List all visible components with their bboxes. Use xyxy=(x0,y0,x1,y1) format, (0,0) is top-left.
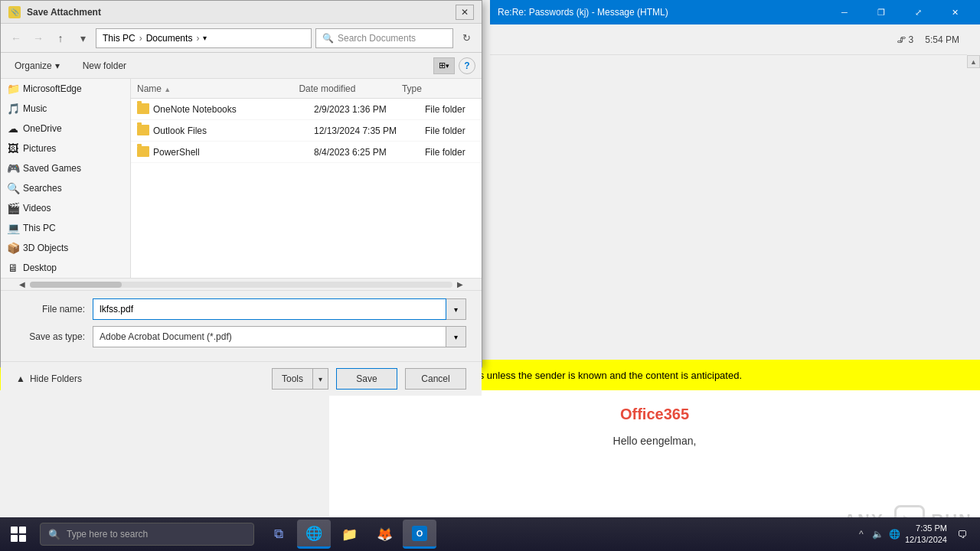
search-box[interactable]: 🔍 Search Documents xyxy=(315,28,453,48)
refresh-btn[interactable]: ↻ xyxy=(457,29,475,47)
cancel-btn[interactable]: Cancel xyxy=(405,368,466,390)
filename-input-wrapper: ▾ xyxy=(93,298,466,320)
h-scroll-thumb[interactable] xyxy=(30,282,122,288)
taskbar-file-explorer[interactable]: 📁 xyxy=(332,520,366,549)
nav-up-btn[interactable]: ↑ xyxy=(51,29,70,47)
view-btn[interactable]: ⊞ ▾ xyxy=(433,57,455,74)
h-scrollbar: ◀ ▶ xyxy=(1,278,482,290)
pictures-icon: 🖼 xyxy=(7,142,19,155)
sidebar-label-desktop: Desktop xyxy=(23,262,57,273)
dialog-close-btn[interactable]: ✕ xyxy=(456,5,474,20)
h-scroll-left-btn[interactable]: ◀ xyxy=(16,279,28,291)
h-scroll-right-btn[interactable]: ▶ xyxy=(454,279,466,291)
sidebar-label-pictures: Pictures xyxy=(23,143,56,154)
file-type-powershell: File folder xyxy=(425,147,466,158)
sidebar-label-searches: Searches xyxy=(23,183,62,194)
email-greeting: Hello eengelman, xyxy=(613,435,697,447)
dialog-form: File name: ▾ Save as type: Adobe Acrobat… xyxy=(1,290,482,361)
dialog-navbar: ← → ↑ ▾ This PC › Documents › ▾ 🔍 Search… xyxy=(1,24,482,53)
nav-breadcrumb[interactable]: This PC › Documents › ▾ xyxy=(96,28,312,48)
sidebar-item-searches[interactable]: 🔍 Searches xyxy=(1,178,130,198)
dialog-filelist: Name ▲ Date modified Type OneNote Notebo… xyxy=(131,79,482,278)
file-row-onenote[interactable]: OneNote Notebooks 2/9/2023 1:36 PM File … xyxy=(131,99,482,120)
file-type-onenote: File folder xyxy=(425,104,466,115)
file-row-outlook[interactable]: Outlook Files 12/13/2024 7:35 PM File fo… xyxy=(131,120,482,142)
clock-time: 7:35 PM xyxy=(905,523,947,534)
folder-icon: 📁 xyxy=(341,527,358,543)
start-button[interactable] xyxy=(0,517,37,551)
filename-dropdown-btn[interactable]: ▾ xyxy=(446,298,466,320)
sidebar-label-microsoftedge: MicrosoftEdge xyxy=(23,83,82,94)
dialog-footer: ▲ Hide Folders Tools ▾ Save Cancel xyxy=(1,361,482,396)
col-name-label: Name xyxy=(137,83,162,94)
hide-folders-btn[interactable]: ▲ Hide Folders xyxy=(16,373,82,384)
taskbar-task-view[interactable]: ⧉ xyxy=(262,520,296,549)
taskbar-search[interactable]: 🔍 Type here to search xyxy=(40,523,254,546)
office365-brand: Office365 xyxy=(620,406,689,423)
sidebar-item-onedrive[interactable]: ☁ OneDrive xyxy=(1,119,130,139)
tray-speaker-icon[interactable]: 🔈 xyxy=(872,528,884,540)
saveas-select[interactable]: Adobe Acrobat Document (*.pdf) xyxy=(93,326,446,347)
saved-games-icon: 🎮 xyxy=(7,162,19,174)
file-date-powershell: 8/4/2023 6:25 PM xyxy=(314,147,421,158)
windows-icon xyxy=(11,527,26,542)
file-row-powershell[interactable]: PowerShell 8/4/2023 6:25 PM File folder xyxy=(131,142,482,163)
outlook-minimize-btn[interactable]: ─ xyxy=(827,0,862,24)
footer-buttons: Tools ▾ Save Cancel xyxy=(272,368,466,390)
system-clock[interactable]: 7:35 PM 12/13/2024 xyxy=(905,523,947,546)
outlook-close-btn[interactable]: ✕ xyxy=(937,0,972,24)
breadcrumb-sep1: › xyxy=(139,33,142,44)
sidebar-item-saved-games[interactable]: 🎮 Saved Games xyxy=(1,158,130,178)
file-date-onenote: 2/9/2023 1:36 PM xyxy=(314,104,421,115)
scroll-up-btn[interactable]: ▲ xyxy=(967,55,980,68)
new-folder-label: New folder xyxy=(83,60,126,71)
sidebar-item-this-pc[interactable]: 💻 This PC xyxy=(1,218,130,238)
this-pc-icon: 💻 xyxy=(7,222,19,234)
tray-network-icon[interactable]: 🌐 xyxy=(889,528,901,540)
sidebar-label-3d-objects: 3D Objects xyxy=(23,243,68,253)
saveas-dropdown-btn[interactable]: ▾ xyxy=(446,326,466,347)
saveas-value: Adobe Acrobat Document (*.pdf) xyxy=(100,331,232,342)
tools-arrow-btn[interactable]: ▾ xyxy=(313,368,328,390)
edge-icon: 🌐 xyxy=(305,525,322,542)
col-date-header: Date modified xyxy=(299,83,402,94)
saveas-input-wrapper: Adobe Acrobat Document (*.pdf) ▾ xyxy=(93,326,466,347)
nav-back-btn[interactable]: ← xyxy=(7,29,25,47)
sidebar-item-videos[interactable]: 🎬 Videos xyxy=(1,198,130,218)
outlook-restore-btn[interactable]: ❐ xyxy=(864,0,899,24)
sidebar-item-pictures[interactable]: 🖼 Pictures xyxy=(1,139,130,158)
sidebar-item-music[interactable]: 🎵 Music xyxy=(1,99,130,119)
taskbar-edge[interactable]: 🌐 xyxy=(297,520,331,549)
help-btn[interactable]: ? xyxy=(459,57,475,74)
tray-chevron[interactable]: ^ xyxy=(855,528,867,540)
save-label: Save xyxy=(356,373,377,384)
nav-recent-btn[interactable]: ▾ xyxy=(74,29,92,47)
outlook-maximize-btn[interactable]: ⤢ xyxy=(900,0,936,24)
save-btn[interactable]: Save xyxy=(336,368,397,390)
nav-forward-btn[interactable]: → xyxy=(29,29,47,47)
filename-input[interactable] xyxy=(93,298,446,320)
sidebar-item-3d-objects[interactable]: 📦 3D Objects xyxy=(1,238,130,258)
organize-label: Organize xyxy=(15,60,52,71)
breadcrumb-dropdown[interactable]: ▾ xyxy=(203,34,207,42)
microsoftedge-icon: 📁 xyxy=(7,83,19,95)
file-date-outlook: 12/13/2024 7:35 PM xyxy=(314,126,421,136)
filelist-header: Name ▲ Date modified Type xyxy=(131,79,482,99)
taskbar-firefox[interactable]: 🦊 xyxy=(368,520,401,549)
h-scroll-track[interactable] xyxy=(30,282,452,288)
organize-group: Organize ▾ xyxy=(7,57,67,75)
new-folder-btn[interactable]: New folder xyxy=(75,57,134,75)
email-time: 5:54 PM xyxy=(925,34,959,45)
taskbar-outlook[interactable]: O xyxy=(403,520,436,549)
dialog-main: 📁 MicrosoftEdge 🎵 Music ☁ OneDrive 🖼 Pic… xyxy=(1,79,482,278)
saveas-label: Save as type: xyxy=(16,331,85,342)
sidebar-item-microsoftedge[interactable]: 📁 MicrosoftEdge xyxy=(1,79,130,99)
sidebar-item-desktop[interactable]: 🖥 Desktop xyxy=(1,258,130,278)
dialog-toolbar: Organize ▾ New folder ⊞ ▾ ? xyxy=(1,53,482,79)
tools-btn[interactable]: Tools xyxy=(272,368,313,390)
notification-btn[interactable]: 🗨 xyxy=(951,517,972,551)
search-icon: 🔍 xyxy=(322,33,334,44)
organize-btn[interactable]: Organize ▾ xyxy=(7,57,67,75)
tools-group: Tools ▾ xyxy=(272,368,328,390)
taskbar-items: ⧉ 🌐 📁 🦊 O xyxy=(262,520,436,549)
